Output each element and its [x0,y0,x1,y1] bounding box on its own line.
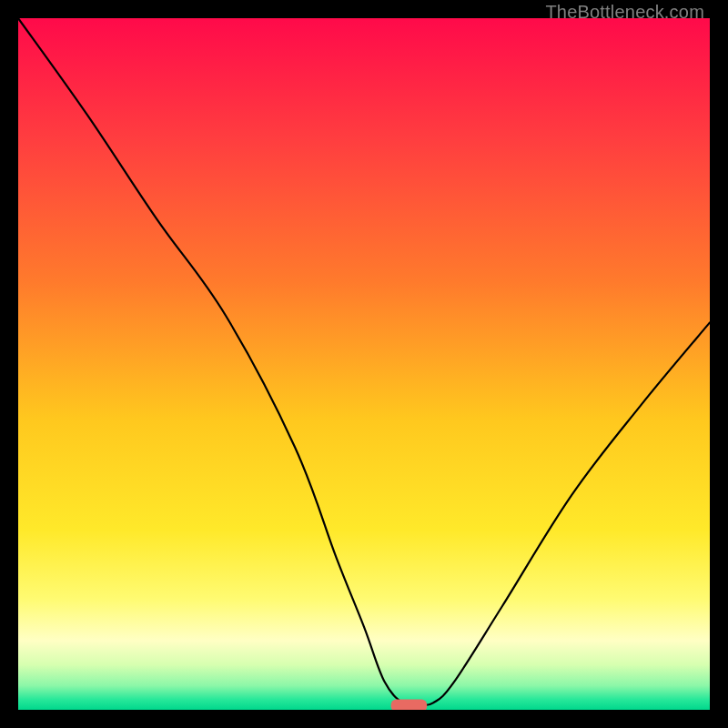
optimal-marker [391,700,428,710]
bottleneck-chart [18,18,710,710]
chart-frame [18,18,710,710]
gradient-background [18,18,710,710]
watermark-text: TheBottleneck.com [545,2,704,23]
